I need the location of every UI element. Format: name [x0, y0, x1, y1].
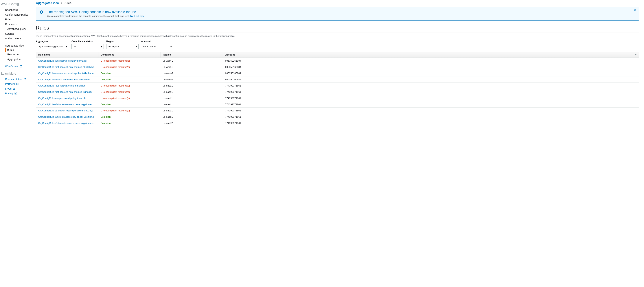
rule-link[interactable]: OrgConfigRule-iam-password-policy-ideods…	[38, 97, 86, 100]
rule-link[interactable]: OrgConfigRule-root-hardware-mfa-nfnkmcge	[38, 84, 86, 87]
cell-rule-name: OrgConfigRule-s3-bucket-server-side-encr…	[36, 120, 98, 126]
banner-title: The redesigned AWS Config console is now…	[47, 10, 144, 14]
cell-region: us-west-2	[161, 58, 223, 64]
breadcrumb: Aggregated view > Rules	[36, 2, 639, 6]
cell-compliance: 1 Noncompliant resource(s)	[98, 108, 161, 114]
sidebar-item[interactable]: Resources	[0, 22, 30, 26]
cell-account: 774399371861	[223, 120, 639, 126]
sidebar-item[interactable]: Authorizations	[0, 36, 30, 41]
cell-account: 774399371861	[223, 95, 639, 101]
learn-link[interactable]: Documentation	[5, 78, 26, 81]
banner-content: The redesigned AWS Config console is now…	[47, 10, 144, 18]
cell-account: 774399371861	[223, 83, 639, 89]
col-account[interactable]: Account▾	[223, 52, 639, 58]
cell-compliance: Compliant	[98, 114, 161, 120]
learn-link[interactable]: Pricing	[5, 92, 17, 95]
rule-link[interactable]: OrgConfigRule-root-account-mfa-enabled-b…	[38, 66, 94, 68]
cell-region: us-west-2	[161, 70, 223, 76]
table-row: OrgConfigRule-root-account-mfa-enabled-l…	[36, 89, 639, 95]
rule-link[interactable]: OrgConfigRule-s3-bucket-server-side-encr…	[38, 103, 94, 106]
external-link-icon	[24, 78, 26, 80]
cell-account: 774399371861	[223, 114, 639, 120]
sidebar-item[interactable]: Partners	[0, 82, 30, 86]
external-link-icon	[14, 92, 17, 94]
sidebar-nav-primary: DashboardConformance packsRulesResources…	[0, 8, 30, 41]
region-select[interactable]: All regions ▾	[106, 44, 138, 49]
account-select[interactable]: All accounts ▾	[141, 44, 173, 49]
filter-aggregator: Aggregator organization-aggregator ▾	[36, 40, 69, 49]
compliance-status: 1 Noncompliant resource(s)	[100, 97, 130, 100]
compliance-status: 1 Noncompliant resource(s)	[100, 66, 130, 68]
sidebar-item[interactable]: Rules	[0, 17, 30, 22]
sidebar-item[interactable]: Resources	[0, 52, 30, 57]
external-link-icon	[20, 65, 22, 68]
rule-link[interactable]: OrgConfigRule-s3-bucket-server-side-encr…	[38, 122, 94, 124]
sidebar-item[interactable]: Conformance packs	[0, 12, 30, 17]
info-icon	[40, 10, 43, 14]
cell-account: 774399371861	[223, 89, 639, 95]
cell-rule-name: OrgConfigRule-iam-password-policy-pcknzz…	[36, 58, 98, 64]
cell-rule-name: OrgConfigRule-s3-bucket-logging-enabled-…	[36, 108, 98, 114]
rules-table: Rule name Compliance Region Account▾ Org…	[36, 52, 639, 126]
filter-compliance: Compliance status All ▾	[72, 40, 104, 49]
compliance-status: 1 Noncompliant resource(s)	[100, 60, 130, 62]
sidebar-item[interactable]: Rules	[5, 48, 15, 52]
filter-bar: Aggregator organization-aggregator ▾ Com…	[36, 40, 639, 49]
sidebar-item[interactable]: Advanced query	[0, 26, 30, 31]
cell-rule-name: OrgConfigRule-iam-root-access-key-check-…	[36, 114, 98, 120]
cell-compliance: 1 Noncompliant resource(s)	[98, 95, 161, 101]
cell-region: us-east-2	[161, 120, 223, 126]
sidebar-whats-new: What's new	[0, 64, 30, 69]
sidebar-item[interactable]: Pricing	[0, 91, 30, 96]
banner-try-link[interactable]: Try it out now	[130, 15, 144, 18]
cell-rule-name: OrgConfigRule-root-hardware-mfa-nfnkmcge	[36, 83, 98, 89]
cell-region: us-east-1	[161, 101, 223, 108]
cell-region: us-east-1	[161, 95, 223, 101]
col-compliance[interactable]: Compliance	[98, 52, 161, 58]
learn-link[interactable]: FAQs	[5, 87, 15, 90]
rule-link[interactable]: OrgConfigRule-s3-account-level-public-ac…	[38, 78, 94, 81]
cell-account: 605350166984	[223, 76, 639, 83]
whats-new-link[interactable]: What's new	[5, 65, 22, 68]
cell-region: us-east-1	[161, 114, 223, 120]
compliance-status: Compliant	[100, 116, 112, 118]
main-content: Aggregated view > Rules The redesigned A…	[31, 0, 644, 130]
page-title: Rules	[36, 25, 639, 31]
rule-link[interactable]: OrgConfigRule-s3-bucket-logging-enabled-…	[38, 109, 94, 112]
banner-text: We've completely redesigned the console …	[47, 15, 144, 18]
rule-link[interactable]: OrgConfigRule-iam-root-access-key-check-…	[38, 72, 94, 74]
cell-compliance: 1 Noncompliant resource(s)	[98, 89, 161, 95]
table-row: OrgConfigRule-s3-bucket-server-side-encr…	[36, 120, 639, 126]
sidebar-item[interactable]: FAQs	[0, 86, 30, 91]
external-link-icon	[13, 88, 15, 90]
aggregator-select[interactable]: organization-aggregator ▾	[36, 44, 69, 49]
sidebar-item[interactable]: Aggregated view	[0, 43, 30, 48]
external-link-icon	[16, 83, 18, 85]
divider	[36, 32, 639, 32]
rule-link[interactable]: OrgConfigRule-root-account-mfa-enabled-l…	[38, 90, 92, 93]
col-region[interactable]: Region	[161, 52, 223, 58]
sidebar-item[interactable]: Settings	[0, 31, 30, 36]
learn-link[interactable]: Partners	[5, 82, 18, 86]
sidebar-nav-aggregated: Aggregated viewRulesResourcesAggregators	[0, 43, 30, 62]
rule-link[interactable]: OrgConfigRule-iam-password-policy-pcknzz…	[38, 60, 87, 62]
table-row: OrgConfigRule-iam-password-policy-pcknzz…	[36, 58, 639, 64]
svg-rect-1	[41, 12, 42, 13]
cell-account: 774399371861	[223, 101, 639, 108]
sidebar: AWS Config DashboardConformance packsRul…	[0, 0, 31, 130]
cell-account: 774399371861	[223, 108, 639, 114]
cell-compliance: 1 Noncompliant resource(s)	[98, 64, 161, 70]
caret-down-icon: ▾	[101, 45, 102, 48]
sidebar-item[interactable]: Dashboard	[0, 8, 30, 12]
cell-compliance: 1 Noncompliant resource(s)	[98, 83, 161, 89]
sidebar-item-whats-new[interactable]: What's new	[0, 64, 30, 69]
info-banner: The redesigned AWS Config console is now…	[36, 6, 639, 20]
compliance-status: 1 Noncompliant resource(s)	[100, 90, 130, 93]
sidebar-item[interactable]: Documentation	[0, 77, 30, 82]
col-rule-name[interactable]: Rule name	[36, 52, 98, 58]
breadcrumb-link-aggregated-view[interactable]: Aggregated view	[36, 2, 60, 4]
sidebar-item[interactable]: Aggregators	[0, 57, 30, 62]
rule-link[interactable]: OrgConfigRule-iam-root-access-key-check-…	[38, 116, 94, 118]
close-icon[interactable]: ✕	[634, 8, 636, 12]
compliance-select[interactable]: All ▾	[72, 44, 104, 49]
